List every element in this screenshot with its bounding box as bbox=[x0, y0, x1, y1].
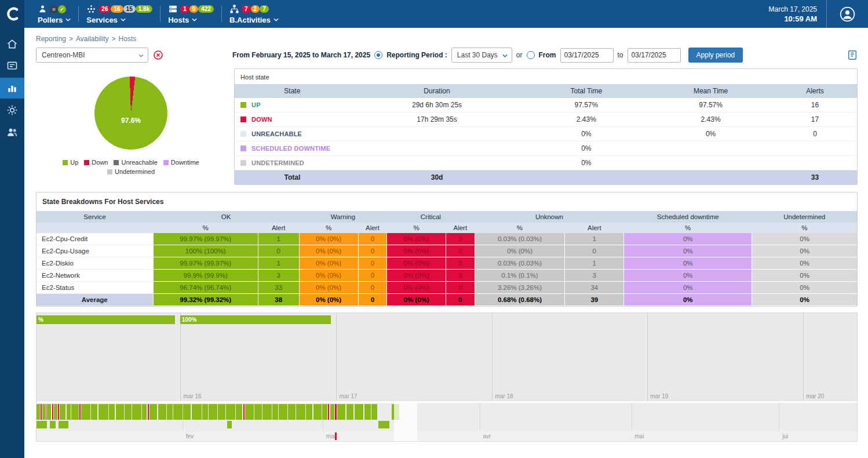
ok-segment bbox=[226, 404, 235, 420]
sidebar-item-reporting[interactable] bbox=[0, 78, 24, 99]
status-badge[interactable]: 1.8k bbox=[136, 5, 152, 13]
service-name-cell[interactable]: Ec2-Diskio bbox=[37, 257, 153, 270]
status-badge[interactable]: 1 bbox=[180, 5, 189, 13]
pie-legend-line1: UpDownUnreachableDowntime bbox=[36, 159, 226, 166]
gridline bbox=[492, 313, 493, 401]
total-alerts-cell: 33 bbox=[773, 170, 857, 185]
total-time-cell: 0% bbox=[524, 141, 648, 156]
status-badge[interactable]: 422 bbox=[198, 5, 214, 13]
gridline bbox=[180, 313, 181, 401]
breakdown-tbody: Ec2-Cpu-Credit99.97% (99.97%)10% (0%)00%… bbox=[37, 233, 857, 306]
to-label: to bbox=[618, 51, 623, 59]
legend-item: Down bbox=[84, 159, 108, 166]
status-badge[interactable]: ≡ bbox=[50, 5, 58, 13]
ok-pct-cell: 99.97% (99.97%) bbox=[153, 257, 258, 270]
service-name-cell[interactable]: Ec2-Network bbox=[37, 270, 153, 282]
scheduled-downtime-pct-cell: 0% bbox=[624, 282, 752, 294]
chevron-down-icon bbox=[138, 51, 144, 59]
nav-bactivities[interactable]: 727 B.Activities bbox=[222, 0, 286, 28]
timeline-navigator[interactable]: fevmaravrmaijui bbox=[37, 403, 857, 441]
host-select[interactable]: Centreon-MBI bbox=[36, 48, 148, 63]
export-icon[interactable] bbox=[847, 50, 858, 60]
pie-legend: UpDownUnreachableDowntime Undetermined bbox=[36, 159, 226, 175]
nav-services-label: Services bbox=[86, 16, 118, 24]
ok-segment bbox=[364, 404, 371, 420]
navigator-selection[interactable] bbox=[394, 403, 417, 441]
warning-alert-cell: 0 bbox=[358, 233, 387, 245]
service-breakdown-table: Service OK Warning Critical Unknown Sche… bbox=[37, 211, 857, 306]
ok-pct-cell: 100% (100%) bbox=[153, 245, 258, 257]
daily-availability-chart[interactable]: mar 16mar 17mar 18mar 19mar 20%100% bbox=[37, 313, 857, 401]
custom-period-radio[interactable] bbox=[527, 51, 535, 59]
status-badge[interactable]: 0 bbox=[189, 5, 199, 13]
unknown-pct-cell: 0.68% (0.68%) bbox=[475, 294, 565, 306]
centreon-logo[interactable] bbox=[0, 0, 24, 28]
undetermined-pct-cell: 0% bbox=[752, 257, 857, 270]
sidebar-item-administration[interactable] bbox=[0, 122, 24, 143]
period-select[interactable]: Last 30 Days bbox=[451, 48, 512, 63]
col-scheduled-downtime: Scheduled downtime bbox=[624, 211, 752, 223]
apply-period-button[interactable]: Apply period bbox=[688, 48, 743, 63]
total-duration-cell: 30d bbox=[350, 170, 524, 185]
ok-segment bbox=[378, 421, 389, 428]
alerts-cell bbox=[773, 156, 857, 170]
col-critical: Critical bbox=[387, 211, 475, 223]
col-service: Service bbox=[37, 211, 153, 223]
undetermined-pct-cell: 0% bbox=[752, 270, 857, 282]
ok-segment bbox=[262, 404, 272, 420]
nav-bactivities-label: B.Activities bbox=[229, 16, 271, 24]
navigator-months: fevmaravrmaijui bbox=[37, 431, 857, 441]
availability-bar-label: 100% bbox=[180, 315, 331, 324]
state-color-square bbox=[240, 131, 246, 137]
col-blank bbox=[37, 223, 153, 233]
status-badge[interactable]: 15 bbox=[123, 5, 136, 13]
status-badge[interactable]: ✓ bbox=[58, 5, 66, 13]
pie-column: 97.6% UpDownUnreachableDowntime Undeterm… bbox=[36, 68, 226, 175]
ok-segment bbox=[245, 404, 253, 420]
availability-bar[interactable]: % bbox=[37, 315, 175, 324]
month-tick-label: fev bbox=[186, 433, 194, 439]
service-name-cell[interactable]: Ec2-Cpu-Credit bbox=[37, 233, 153, 245]
alerts-cell: 16 bbox=[773, 98, 857, 112]
service-name-cell[interactable]: Ec2-Status bbox=[37, 282, 153, 294]
col-mean-time: Mean Time bbox=[648, 84, 773, 98]
status-badge[interactable]: 16 bbox=[111, 5, 123, 13]
status-badge[interactable]: 26 bbox=[99, 5, 111, 13]
service-name-cell[interactable]: Ec2-Cpu-Usage bbox=[37, 245, 153, 257]
nav-pollers[interactable]: ≡✓ Pollers bbox=[30, 0, 78, 28]
warning-pct-cell: 0% (0%) bbox=[299, 282, 358, 294]
to-date-input[interactable] bbox=[628, 48, 681, 63]
x-axis-tick-label: mar 19 bbox=[650, 393, 668, 399]
chevron-down-icon bbox=[65, 18, 71, 21]
alerts-cell bbox=[773, 141, 857, 156]
col-alerts: Alerts bbox=[773, 84, 857, 98]
col-ok: OK bbox=[153, 211, 299, 223]
critical-alert-cell: 0 bbox=[446, 245, 475, 257]
status-badge[interactable]: 7 bbox=[242, 5, 251, 13]
from-date-input[interactable] bbox=[560, 48, 614, 63]
legend-swatch bbox=[114, 160, 119, 165]
breadcrumb-reporting[interactable]: Reporting bbox=[36, 35, 66, 43]
status-badge[interactable]: 7 bbox=[260, 5, 269, 13]
sidebar-item-home[interactable] bbox=[0, 34, 24, 54]
service-breakdown-row: Ec2-Cpu-Usage100% (100%)00% (0%)00% (0%)… bbox=[37, 245, 857, 257]
reporting-period-radio[interactable] bbox=[374, 51, 382, 59]
nav-services[interactable]: 2616151.8k Services bbox=[79, 0, 160, 28]
breadcrumb-availability[interactable]: Availability bbox=[76, 35, 108, 43]
nav-hosts[interactable]: 10422 Hosts bbox=[161, 0, 221, 28]
user-icon bbox=[840, 6, 855, 22]
status-badge[interactable]: 2 bbox=[251, 5, 260, 13]
user-menu[interactable] bbox=[826, 0, 868, 28]
sidebar-item-configuration[interactable] bbox=[0, 100, 24, 121]
monitoring-console-icon bbox=[6, 60, 18, 72]
mean-time-cell bbox=[648, 141, 773, 156]
month-tick-label: jui bbox=[782, 433, 788, 439]
pie-chart[interactable]: 97.6% bbox=[94, 77, 167, 150]
ok-segment bbox=[288, 404, 296, 420]
sidebar-item-monitoring[interactable] bbox=[0, 56, 24, 77]
ok-alert-cell: 0 bbox=[258, 245, 299, 257]
availability-bar[interactable]: 100% bbox=[180, 315, 331, 324]
breadcrumb-hosts[interactable]: Hosts bbox=[119, 35, 137, 43]
ok-segment bbox=[347, 404, 354, 420]
clear-host-icon[interactable] bbox=[154, 50, 163, 60]
